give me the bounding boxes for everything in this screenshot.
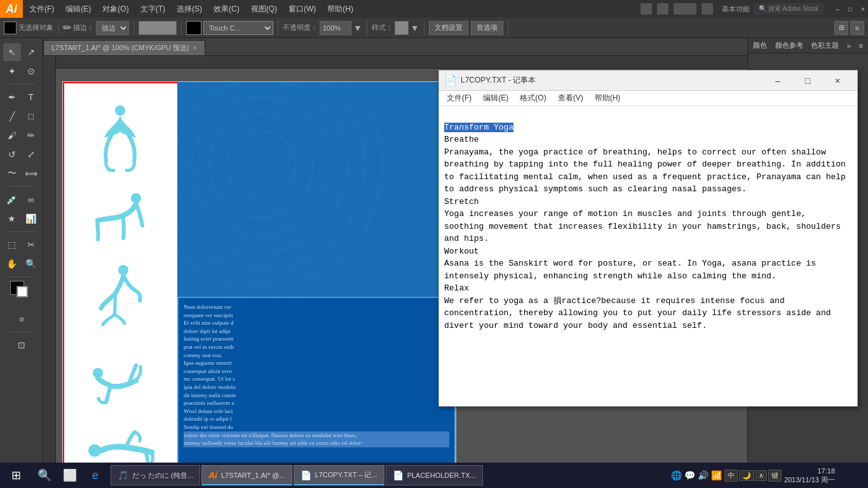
artboard[interactable]: Num doloreetum ver esequam ver suscipiti… bbox=[62, 81, 456, 469]
search-taskbar-btn[interactable]: 🔍 bbox=[32, 463, 57, 488]
ime-key-btn[interactable]: 键 bbox=[768, 470, 782, 482]
show-desktop-btn[interactable] bbox=[837, 463, 863, 488]
app-minimize-btn[interactable]: – bbox=[832, 4, 843, 14]
type-tool[interactable]: T bbox=[22, 88, 40, 106]
style-chevron[interactable]: ▼ bbox=[410, 23, 419, 33]
brush-tool[interactable]: 🖌 bbox=[3, 126, 21, 144]
ai-task-icon: Ai bbox=[208, 470, 217, 480]
arrangement-icon[interactable] bbox=[702, 3, 713, 15]
app-maximize-btn[interactable]: □ bbox=[845, 4, 855, 14]
hand-tool[interactable]: ✋ bbox=[3, 255, 21, 273]
text-box-overlay[interactable]: Num doloreetum ver esequam ver suscipiti… bbox=[177, 297, 456, 469]
eyedropper-tool[interactable]: 💉 bbox=[3, 191, 21, 208]
np-menu-format[interactable]: 格式(O) bbox=[515, 92, 551, 105]
np-menu-edit[interactable]: 编辑(E) bbox=[478, 92, 513, 105]
blend-tool[interactable]: ∞ bbox=[22, 191, 40, 208]
opacity-input[interactable] bbox=[320, 21, 351, 35]
screen-mode-btn[interactable]: ⊡ bbox=[13, 336, 31, 354]
ime-arrow-btn[interactable]: ∧ bbox=[756, 470, 767, 481]
bridge-icon[interactable] bbox=[641, 3, 652, 15]
start-button[interactable]: ⊞ bbox=[0, 463, 32, 488]
taskview-btn[interactable]: ⬜ bbox=[57, 463, 83, 488]
np-menu-file[interactable]: 文件(F) bbox=[442, 92, 477, 105]
tray-chat-icon[interactable]: 💬 bbox=[684, 470, 695, 480]
task-placeholder[interactable]: 📄 PLACEHOLDER.TX... bbox=[386, 465, 483, 485]
workspace-label[interactable]: 基本功能 bbox=[722, 4, 750, 14]
direct-select-tool[interactable]: ↗ bbox=[22, 43, 40, 61]
magic-wand-tool[interactable]: ✦ bbox=[3, 62, 21, 80]
text-line: dit lummy nulla comm bbox=[184, 391, 449, 400]
fill-circle-swatch[interactable] bbox=[186, 21, 201, 35]
notepad-window: 📄 L7COPY.TXT - 记事本 – □ × 文件(F) 编辑(E) 格式(… bbox=[438, 70, 858, 407]
none-icon[interactable]: ⊘ bbox=[13, 310, 31, 328]
ie-btn[interactable]: e bbox=[83, 463, 108, 488]
selection-tool[interactable]: ↖ bbox=[3, 43, 21, 61]
menu-object[interactable]: 对象(O) bbox=[97, 3, 133, 16]
scale-tool[interactable]: ⤢ bbox=[22, 146, 40, 163]
np-menu-view[interactable]: 查看(V) bbox=[553, 92, 588, 105]
panel-menu-icon[interactable]: ≡ bbox=[859, 42, 863, 50]
symbol-tool[interactable]: ★ bbox=[3, 210, 21, 227]
pencil-tool[interactable]: ✏ bbox=[22, 126, 40, 144]
menu-edit[interactable]: 编辑(E) bbox=[60, 3, 96, 16]
app-close-btn[interactable]: × bbox=[858, 4, 868, 14]
slice-tool[interactable]: ✂ bbox=[22, 236, 40, 254]
stroke-swatch[interactable] bbox=[17, 286, 28, 297]
panel-header-color[interactable]: 颜色 颜色参考 色彩主题 » ≡ bbox=[748, 38, 868, 53]
touch-select-dropdown[interactable]: Touch C... bbox=[203, 21, 273, 35]
text-line: Et velit nim vulpute d bbox=[184, 319, 449, 327]
doc-tab-main[interactable]: L7START_1.AI* @ 100% (CMYK/GPU 预选) × bbox=[43, 40, 205, 55]
search-stock-label[interactable]: 🔍 搜索 Adobe Stock bbox=[754, 3, 824, 15]
stroke-width-select[interactable]: 描边 bbox=[96, 21, 129, 35]
rotate-tool[interactable]: ↺ bbox=[3, 146, 21, 163]
pen-tool[interactable]: ✒ bbox=[3, 88, 21, 106]
artboard-right-panel: Num doloreetum ver esequam ver suscipiti… bbox=[177, 82, 456, 469]
tray-volume-icon[interactable]: 🔊 bbox=[698, 470, 709, 480]
task-illustrator[interactable]: Ai L7START_1.AI* @... bbox=[201, 465, 292, 485]
menu-window[interactable]: 窗口(W) bbox=[283, 3, 321, 16]
task-music[interactable]: 🎵 だっ たのに (纯音... bbox=[111, 465, 200, 485]
arrange-icons-btn[interactable]: ⊞ bbox=[834, 21, 848, 35]
width-tool[interactable]: ⟺ bbox=[22, 165, 40, 182]
ime-moon-btn[interactable]: 🌙 bbox=[739, 470, 754, 481]
opacity-chevron[interactable]: ▼ bbox=[353, 23, 362, 33]
notepad-minimize-btn[interactable]: – bbox=[763, 71, 792, 91]
stroke-color-swatch[interactable] bbox=[4, 22, 17, 34]
np-menu-help[interactable]: 帮助(H) bbox=[590, 92, 626, 105]
doc-settings-btn[interactable]: 文档设置 bbox=[429, 21, 468, 35]
preferences-btn[interactable]: 首选项 bbox=[471, 21, 503, 35]
stock-icon[interactable] bbox=[657, 3, 668, 15]
shape-tool[interactable]: □ bbox=[22, 107, 40, 125]
notepad-textarea[interactable]: Transform Yoga Breathe Pranayama, the yo… bbox=[439, 106, 857, 406]
zoom-tool[interactable]: 🔍 bbox=[22, 255, 40, 273]
menu-file[interactable]: 文件(F) bbox=[24, 3, 59, 16]
menu-view[interactable]: 视图(Q) bbox=[246, 3, 282, 16]
ime-area: 中 🌙 ∧ 键 bbox=[724, 470, 782, 482]
menu-effect[interactable]: 效果(C) bbox=[208, 3, 245, 16]
placeholder-task-icon: 📄 bbox=[393, 470, 403, 480]
lasso-tool[interactable]: ⊙ bbox=[22, 62, 40, 80]
tray-network-icon[interactable]: 🌐 bbox=[671, 470, 682, 480]
tray-network2-icon[interactable]: 📶 bbox=[711, 470, 722, 480]
panel-controls-btn[interactable]: ≡ bbox=[850, 21, 864, 35]
column-graph-tool[interactable]: 📊 bbox=[22, 210, 40, 227]
panel-expand-icon[interactable]: » bbox=[847, 42, 851, 50]
doc-tab-close[interactable]: × bbox=[193, 44, 197, 51]
ime-chinese-btn[interactable]: 中 bbox=[724, 470, 738, 482]
menu-help[interactable]: 帮助(H) bbox=[322, 3, 358, 16]
menu-select[interactable]: 选择(S) bbox=[172, 3, 207, 16]
yoga-figure-3 bbox=[92, 262, 149, 332]
warp-tool[interactable]: 〜 bbox=[3, 165, 21, 182]
notepad-close-btn[interactable]: × bbox=[823, 71, 852, 91]
line-tool[interactable]: ╱ bbox=[3, 107, 21, 125]
notepad-maximize-btn[interactable]: □ bbox=[793, 71, 822, 91]
clock[interactable]: 17:18 2013/11/13 周一 bbox=[784, 466, 835, 485]
artboard-tool[interactable]: ⬚ bbox=[3, 236, 21, 254]
menu-text[interactable]: 文字(T) bbox=[135, 3, 170, 16]
task-notepad-l7copy[interactable]: 📄 L7COPY.TXT – 记... bbox=[294, 465, 384, 485]
text-line: Sendip eui tionsed do bbox=[184, 423, 449, 431]
ruler-left bbox=[43, 56, 56, 469]
svg-point-9 bbox=[226, 131, 295, 200]
yoga-figures-panel bbox=[63, 82, 177, 469]
view-mode-icon[interactable] bbox=[674, 3, 696, 15]
